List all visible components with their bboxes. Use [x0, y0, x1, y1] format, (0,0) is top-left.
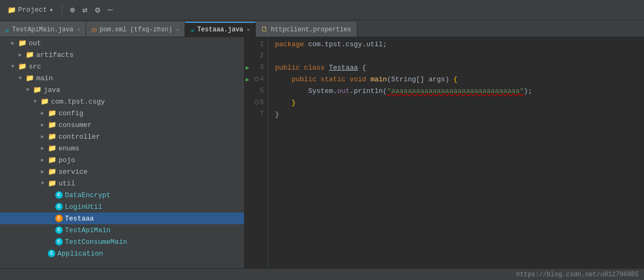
- tree-arrow: ▶: [39, 157, 46, 163]
- tabbar: ☕TestApiMain.java✕mpom.xml (tfxq-zhsn)✕☕…: [0, 20, 644, 37]
- tree-item-com.tpst.csgy[interactable]: ▼📁com.tpst.csgy: [0, 96, 244, 107]
- tree-item-artifacts[interactable]: ▶📁artifacts: [0, 49, 244, 61]
- add-icon[interactable]: ⊕: [68, 4, 77, 16]
- code-line-6: }: [275, 97, 644, 108]
- tab-pomxml[interactable]: mpom.xml (tfxq-zhsn)✕: [86, 22, 185, 37]
- tree-item-dataencrypt[interactable]: CDataEncrypt: [0, 189, 244, 201]
- code-line-7: }: [275, 108, 644, 120]
- line-gutter: 12▶3▶4⬡56⬡7: [245, 37, 269, 268]
- tree-item-out[interactable]: ▶📁out: [0, 37, 244, 49]
- gutter-line-7: 7: [245, 108, 268, 120]
- item-label: TestApiMain: [65, 226, 111, 234]
- tree-item-loginutil[interactable]: CLoginUtil: [0, 201, 244, 213]
- code-area[interactable]: package com.tpst.csgy.util;public class …: [269, 37, 644, 268]
- tree-arrow: ▶: [17, 52, 23, 58]
- folder-icon: 📁: [18, 62, 27, 71]
- item-label: java: [44, 86, 60, 94]
- tree-arrow: ▼: [32, 99, 38, 105]
- token: Testaaa: [329, 64, 358, 72]
- file-icon: C: [55, 215, 63, 222]
- token: static: [321, 75, 350, 83]
- folder-icon: 📁: [48, 156, 56, 164]
- tree-arrow: ▶: [39, 110, 46, 116]
- run-arrow[interactable]: ▶: [246, 76, 249, 83]
- statusbar: https://blog.csdn.net/u012796085: [0, 268, 644, 280]
- folder-icon: 📁: [48, 121, 56, 129]
- tab-close[interactable]: ✕: [77, 27, 80, 33]
- token: }: [291, 99, 296, 107]
- tab-close[interactable]: ✕: [247, 27, 250, 33]
- tree-item-java[interactable]: ▼📁java: [0, 84, 244, 96]
- tree-item-service[interactable]: ▶📁service: [0, 166, 244, 177]
- item-label: LoginUtil: [65, 203, 102, 211]
- item-label: consumer: [58, 121, 91, 129]
- settings-icon[interactable]: ⚙: [93, 4, 103, 16]
- minimize-icon[interactable]: —: [105, 4, 115, 16]
- file-icon: C: [55, 191, 63, 199]
- project-label[interactable]: 📁 Project ▾: [4, 5, 56, 15]
- tree-item-src[interactable]: ▼📁src: [0, 61, 244, 72]
- token: System.: [275, 87, 337, 95]
- editor-container: 12▶3▶4⬡56⬡7 package com.tpst.csgy.util;p…: [245, 37, 644, 268]
- tab-close[interactable]: ✕: [176, 27, 179, 33]
- gutter-line-6: 6⬡: [245, 97, 268, 108]
- tree-item-config[interactable]: ▶📁config: [0, 107, 244, 119]
- tree-item-util[interactable]: ▼📁util: [0, 177, 244, 189]
- tab-label: httpclient.properties: [271, 26, 351, 33]
- bookmark-icon: ⬡: [254, 99, 267, 106]
- tree-arrow: ▼: [39, 181, 46, 186]
- code-line-1: package com.tpst.csgy.util;: [275, 38, 644, 50]
- project-text: Project: [18, 6, 47, 14]
- item-label: DataEncrypt: [65, 191, 111, 199]
- item-label: pojo: [58, 156, 75, 164]
- tree-item-consumer[interactable]: ▶📁consumer: [0, 119, 244, 131]
- code-line-2: [275, 50, 644, 62]
- item-label: util: [58, 180, 75, 188]
- tab-label: Testaaa.java: [197, 26, 243, 33]
- tree-item-application[interactable]: CApplication: [0, 248, 244, 259]
- statusbar-url: https://blog.csdn.net/u012796085: [516, 271, 639, 278]
- folder-icon: 📁: [26, 74, 34, 82]
- token: .println(: [349, 87, 387, 95]
- item-label: out: [29, 39, 41, 47]
- code-line-5: System.out.println("aaaaaaaaaaaaaaaaaaaa…: [275, 85, 644, 97]
- folder-icon: 📁: [48, 132, 56, 141]
- token: class: [304, 64, 329, 72]
- item-label: Application: [57, 250, 103, 258]
- split-icon[interactable]: ⇄: [80, 4, 90, 16]
- token: main: [370, 75, 387, 83]
- token: (: [387, 75, 391, 83]
- project-chevron: ▾: [49, 6, 54, 14]
- tree-item-testconsumemain[interactable]: CTestConsumeMain: [0, 236, 244, 248]
- file-icon: C: [48, 250, 55, 257]
- tree-item-controller[interactable]: ▶📁controller: [0, 131, 244, 142]
- token: }: [275, 111, 279, 118]
- tree-item-pojo[interactable]: ▶📁pojo: [0, 154, 244, 166]
- folder-icon: 📁: [48, 179, 56, 188]
- file-icon: C: [55, 238, 63, 245]
- token: );: [524, 87, 532, 95]
- item-label: TestConsumeMain: [65, 238, 127, 246]
- gutter-line-2: 2: [245, 50, 268, 62]
- tree-item-main[interactable]: ▼📁main: [0, 72, 244, 84]
- toolbar: 📁 Project ▾ ⊕ ⇄ ⚙ —: [0, 0, 644, 20]
- run-arrow[interactable]: ▶: [246, 64, 249, 71]
- tab-testapimain[interactable]: ☕TestApiMain.java✕: [0, 22, 86, 37]
- item-label: Testaaa: [65, 215, 94, 223]
- gutter-line-4: ▶4⬡: [245, 73, 268, 85]
- tab-label: TestApiMain.java: [12, 26, 73, 33]
- tab-testaaa[interactable]: ☕Testaaa.java✕: [185, 22, 256, 37]
- item-label: artifacts: [36, 51, 73, 59]
- line-number: 7: [260, 111, 264, 118]
- token: out: [337, 87, 349, 95]
- tree-arrow: ▶: [39, 122, 46, 128]
- tab-label: pom.xml (tfxq-zhsn): [99, 26, 172, 33]
- tree-item-testapimain_file[interactable]: CTestApiMain: [0, 224, 244, 236]
- project-tree: ▶📁out▶📁artifacts▼📁src▼📁main▼📁java▼📁com.t…: [0, 37, 245, 268]
- folder-icon: 📁: [26, 50, 34, 59]
- tree-item-testaaa_file[interactable]: CTestaaa: [0, 213, 244, 224]
- gutter-line-5: 5: [245, 85, 268, 97]
- token: public: [275, 75, 321, 83]
- tree-item-enums[interactable]: ▶📁enums: [0, 142, 244, 154]
- tab-httpclient[interactable]: 🗋httpclient.properties: [256, 22, 357, 37]
